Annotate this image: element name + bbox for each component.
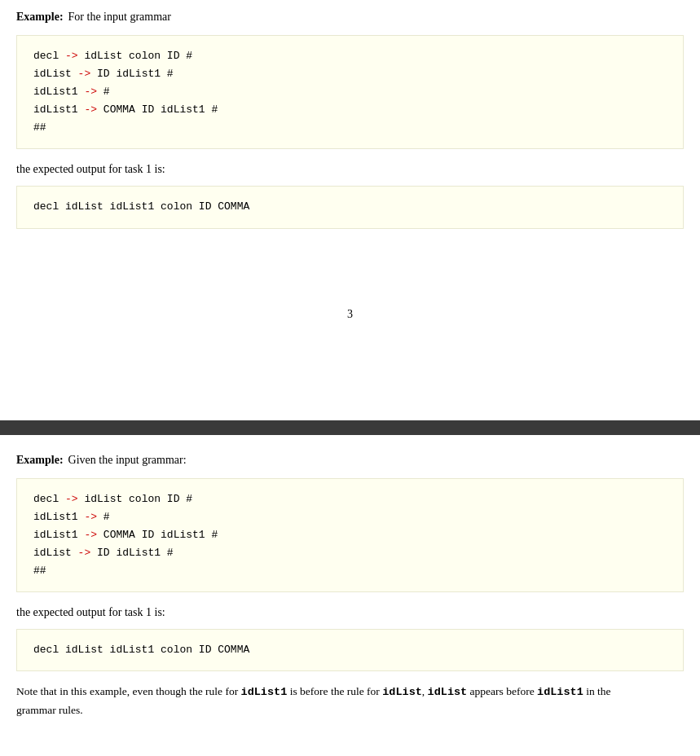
code-line-3: idList1 -> #: [33, 83, 667, 101]
bottom-output-line: decl idList idList1 colon ID COMMA: [33, 641, 667, 659]
top-example-text: For the input grammar: [68, 11, 171, 23]
bottom-code-block-2: decl idList idList1 colon ID COMMA: [16, 629, 684, 671]
note-idList1-2: idList1: [537, 686, 583, 698]
note-last-line: grammar rules.: [16, 704, 83, 716]
page-number: 3: [16, 240, 684, 404]
top-output-line: decl idList idList1 colon ID COMMA: [33, 198, 667, 216]
code-line-5: ##: [33, 119, 667, 137]
top-example-intro: Example:For the input grammar: [16, 8, 684, 25]
bottom-example-text: Given the input grammar:: [68, 454, 187, 466]
top-section: Example:For the input grammar decl -> id…: [0, 0, 700, 420]
top-expected-label: the expected output for task 1 is:: [16, 160, 684, 178]
bottom-expected-label: the expected output for task 1 is:: [16, 604, 684, 621]
code-line-4: idList1 -> COMMA ID idList1 #: [33, 101, 667, 119]
note-idList1-1: idList1: [241, 686, 288, 698]
bottom-example-label: Example:: [16, 454, 64, 466]
b-code-line-2: idList1 -> #: [33, 508, 667, 526]
top-code-block-2: decl idList idList1 colon ID COMMA: [16, 186, 684, 228]
code-line-2: idList -> ID idList1 #: [33, 65, 667, 83]
code-line-1: decl -> idList colon ID #: [33, 47, 667, 65]
top-code-block-1: decl -> idList colon ID # idList -> ID i…: [16, 35, 684, 149]
bottom-example-intro: Example:Given the input grammar:: [16, 451, 684, 468]
b-code-line-5: ##: [33, 562, 667, 580]
section-divider: [0, 420, 700, 435]
note-paragraph: Note that in this example, even though t…: [16, 683, 684, 719]
b-code-line-4: idList -> ID idList1 #: [33, 544, 667, 562]
bottom-section: Example:Given the input grammar: decl ->…: [0, 435, 700, 736]
bottom-code-block-1: decl -> idList colon ID # idList1 -> # i…: [16, 478, 684, 592]
b-code-line-1: decl -> idList colon ID #: [33, 490, 667, 508]
note-idList-2: idList: [428, 686, 468, 698]
top-example-label: Example:: [16, 11, 64, 23]
b-code-line-3: idList1 -> COMMA ID idList1 #: [33, 526, 667, 544]
note-idList-1: idList: [382, 686, 422, 698]
